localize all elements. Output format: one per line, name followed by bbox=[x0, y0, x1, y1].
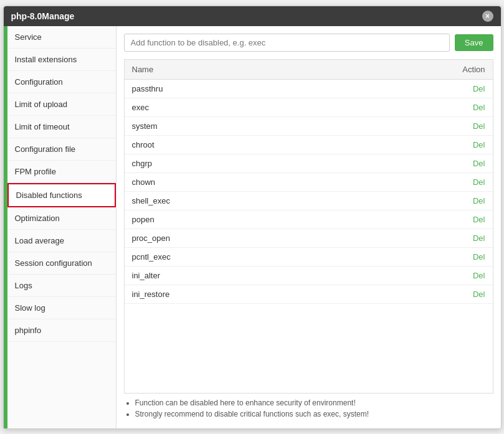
note-item: Strongly recommend to disable critical f… bbox=[135, 410, 493, 418]
function-name: system bbox=[125, 116, 341, 135]
function-name: ini_restore bbox=[125, 285, 341, 303]
modal-body: ServiceInstall extensionsConfigurationLi… bbox=[4, 26, 501, 428]
table-row: shell_execDel bbox=[125, 191, 493, 210]
table-row: ini_alterDel bbox=[125, 266, 493, 285]
sidebar-item-limit-of-upload[interactable]: Limit of upload bbox=[7, 93, 116, 116]
main-content: Save Name Action passthruDelexecDelsyste… bbox=[116, 26, 501, 428]
sidebar-item-limit-of-timeout[interactable]: Limit of timeout bbox=[7, 116, 116, 138]
name-column-header: Name bbox=[125, 60, 341, 80]
delete-function-button[interactable]: Del bbox=[341, 247, 493, 266]
sidebar: ServiceInstall extensionsConfigurationLi… bbox=[7, 26, 116, 428]
delete-function-button[interactable]: Del bbox=[341, 135, 493, 154]
delete-function-button[interactable]: Del bbox=[341, 229, 493, 247]
delete-function-button[interactable]: Del bbox=[341, 210, 493, 229]
sidebar-item-optimization[interactable]: Optimization bbox=[7, 207, 116, 230]
table-row: execDel bbox=[125, 98, 493, 116]
table-row: proc_openDel bbox=[125, 229, 493, 247]
sidebar-item-phpinfo[interactable]: phpinfo bbox=[7, 319, 116, 342]
delete-function-button[interactable]: Del bbox=[341, 172, 493, 191]
functions-table: Name Action passthruDelexecDelsystemDelc… bbox=[124, 59, 493, 394]
table-row: chrootDel bbox=[125, 135, 493, 154]
function-name: shell_exec bbox=[125, 191, 341, 210]
table-row: chgrpDel bbox=[125, 154, 493, 172]
delete-function-button[interactable]: Del bbox=[341, 191, 493, 210]
function-name: chown bbox=[125, 172, 341, 191]
notes-list: Function can be disabled here to enhance… bbox=[124, 399, 493, 418]
function-name: exec bbox=[125, 98, 341, 116]
sidebar-item-slow-log[interactable]: Slow log bbox=[7, 297, 116, 319]
table-row: passthruDel bbox=[125, 79, 493, 98]
table-body: passthruDelexecDelsystemDelchrootDelchgr… bbox=[125, 79, 493, 303]
sidebar-item-configuration[interactable]: Configuration bbox=[7, 71, 116, 93]
modal-title: php-8.0Manage bbox=[11, 11, 75, 21]
table-row: systemDel bbox=[125, 116, 493, 135]
function-name: proc_open bbox=[125, 229, 341, 247]
table-row: ini_restoreDel bbox=[125, 285, 493, 303]
table-row: chownDel bbox=[125, 172, 493, 191]
add-function-input[interactable] bbox=[124, 34, 450, 52]
add-function-row: Save bbox=[124, 34, 493, 52]
sidebar-item-fpm-profile[interactable]: FPM profile bbox=[7, 161, 116, 183]
save-button[interactable]: Save bbox=[455, 34, 493, 51]
table-row: pcntl_execDel bbox=[125, 247, 493, 266]
modal-header: php-8.0Manage × bbox=[4, 6, 501, 26]
sidebar-item-install-extensions[interactable]: Install extensions bbox=[7, 49, 116, 71]
sidebar-item-load-average[interactable]: Load average bbox=[7, 230, 116, 252]
delete-function-button[interactable]: Del bbox=[341, 154, 493, 172]
function-name: pcntl_exec bbox=[125, 247, 341, 266]
sidebar-item-configuration-file[interactable]: Configuration file bbox=[7, 138, 116, 161]
action-column-header: Action bbox=[341, 60, 493, 80]
delete-function-button[interactable]: Del bbox=[341, 266, 493, 285]
close-button[interactable]: × bbox=[482, 11, 493, 22]
table-header-row: Name Action bbox=[125, 60, 493, 80]
sidebar-item-disabled-functions[interactable]: Disabled functions bbox=[7, 183, 116, 207]
delete-function-button[interactable]: Del bbox=[341, 79, 493, 98]
sidebar-item-logs[interactable]: Logs bbox=[7, 275, 116, 297]
delete-function-button[interactable]: Del bbox=[341, 98, 493, 116]
sidebar-item-session-configuration[interactable]: Session configuration bbox=[7, 252, 116, 275]
function-name: passthru bbox=[125, 79, 341, 98]
function-name: popen bbox=[125, 210, 341, 229]
sidebar-item-service[interactable]: Service bbox=[7, 26, 116, 49]
notes-section: Function can be disabled here to enhance… bbox=[124, 399, 493, 421]
table-row: popenDel bbox=[125, 210, 493, 229]
function-name: chgrp bbox=[125, 154, 341, 172]
delete-function-button[interactable]: Del bbox=[341, 116, 493, 135]
functions-list: Name Action passthruDelexecDelsystemDelc… bbox=[125, 60, 493, 304]
function-name: chroot bbox=[125, 135, 341, 154]
modal-window: php-8.0Manage × ServiceInstall extension… bbox=[3, 6, 502, 429]
function-name: ini_alter bbox=[125, 266, 341, 285]
note-item: Function can be disabled here to enhance… bbox=[135, 399, 493, 407]
delete-function-button[interactable]: Del bbox=[341, 285, 493, 303]
